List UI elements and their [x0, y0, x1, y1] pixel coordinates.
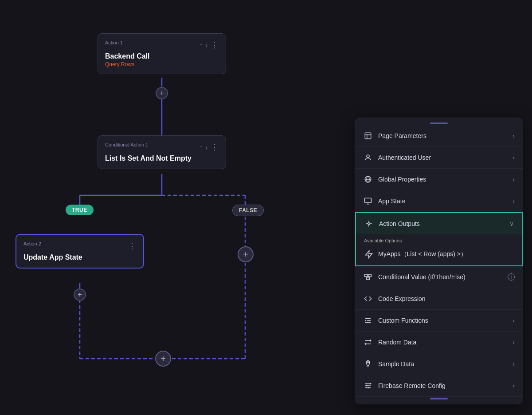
svg-rect-20: [366, 277, 370, 280]
page-parameters-label: Page Parameters: [378, 132, 426, 139]
conditional1-label: Conditional Action 1: [105, 142, 148, 147]
scroll-hint-top-container: [355, 118, 523, 125]
action1-subtitle: Query Rows: [105, 61, 219, 67]
dropdown-item-code-expression[interactable]: Code Expression: [355, 288, 523, 310]
action1-card: Action 1 ↑ ↓ ⋮ Backend Call Query Rows: [98, 33, 226, 74]
code-expression-label: Code Expression: [378, 295, 426, 302]
dropdown-item-app-state[interactable]: App State ›: [355, 190, 523, 212]
plus-btn-false[interactable]: +: [238, 246, 254, 262]
action2-label: Action 2: [23, 241, 41, 246]
global-properties-chevron: ›: [512, 176, 515, 183]
conditional-value-label: Conditional Value (If/Then/Else): [378, 273, 466, 281]
myapps-label: MyApps（List < Row (apps) >）: [378, 250, 467, 258]
app-state-chevron: ›: [512, 198, 515, 205]
svg-point-30: [366, 385, 368, 387]
plus-btn-bottom[interactable]: +: [155, 351, 171, 367]
conditional1-title: List Is Set And Not Empty: [105, 154, 219, 162]
dropdown-item-global-properties[interactable]: Global Properties ›: [355, 169, 523, 190]
plus-btn-1[interactable]: +: [156, 87, 168, 99]
global-properties-label: Global Properties: [378, 176, 426, 183]
sample-data-label: Sample Data: [378, 360, 414, 368]
action1-title: Backend Call: [105, 52, 219, 60]
dropdown-item-page-parameters[interactable]: Page Parameters ›: [355, 125, 523, 147]
firebase-remote-config-icon: [363, 381, 373, 391]
custom-functions-label: Custom Functions: [378, 317, 428, 324]
action1-more-icon[interactable]: ⋮: [211, 40, 219, 50]
true-badge: TRUE: [66, 205, 94, 215]
dropdown-item-custom-functions[interactable]: Custom Functions ›: [355, 310, 523, 332]
cond1-up-icon[interactable]: ↑: [200, 144, 203, 150]
svg-rect-19: [368, 274, 372, 277]
false-badge: FALSE: [232, 205, 264, 216]
conditional-value-icon: [363, 272, 373, 282]
scroll-hint-bottom-container: [355, 397, 523, 404]
action-outputs-chevron-down: ∨: [509, 220, 514, 227]
global-properties-icon: [363, 174, 373, 184]
myapps-option[interactable]: MyApps（List < Row (apps) >）: [356, 245, 522, 265]
svg-rect-18: [365, 274, 368, 277]
svg-point-29: [370, 383, 372, 384]
action-outputs-icon: [364, 219, 374, 229]
authenticated-user-label: Authenticated User: [378, 154, 431, 161]
conditional1-card: Conditional Action 1 ↑ ↓ ⋮ List Is Set A…: [98, 135, 226, 169]
available-options-label: Available Options: [356, 234, 522, 245]
cond1-down-icon[interactable]: ↓: [205, 144, 208, 150]
dropdown-item-authenticated-user[interactable]: Authenticated User ›: [355, 147, 523, 169]
action-outputs-section: Action Outputs ∨ Available Options MyApp…: [355, 212, 523, 266]
action1-controls[interactable]: ↑ ↓ ⋮: [200, 40, 219, 50]
custom-functions-icon: [363, 316, 373, 325]
action-outputs-header[interactable]: Action Outputs ∨: [356, 213, 522, 234]
action2-more-icon[interactable]: ⋮: [128, 241, 136, 251]
svg-point-31: [368, 387, 369, 388]
scroll-hint-top: [430, 123, 448, 124]
sample-data-chevron: ›: [512, 360, 515, 368]
action1-up-icon[interactable]: ↑: [200, 42, 203, 48]
action2-header: Action 2 ⋮: [23, 241, 136, 251]
dropdown-item-sample-data[interactable]: Sample Data ›: [355, 353, 523, 375]
dropdown-item-random-data[interactable]: Random Data ›: [355, 332, 523, 353]
dropdown-item-firebase-remote-config[interactable]: Firebase Remote Config ›: [355, 375, 523, 397]
svg-point-24: [365, 320, 366, 321]
plus-btn-action2[interactable]: +: [74, 289, 86, 301]
action2-card: Action 2 ⋮ Update App State: [16, 234, 144, 269]
action1-header: Action 1 ↑ ↓ ⋮: [105, 40, 219, 50]
page-parameters-chevron: ›: [512, 132, 515, 139]
app-state-label: App State: [378, 198, 406, 205]
random-data-icon: [363, 337, 373, 347]
svg-point-12: [367, 155, 369, 158]
myapps-icon: [364, 249, 374, 259]
custom-functions-chevron: ›: [512, 317, 515, 324]
svg-point-17: [368, 223, 370, 225]
conditional1-controls[interactable]: ↑ ↓ ⋮: [200, 142, 219, 152]
code-expression-icon: [363, 294, 373, 304]
svg-point-25: [368, 362, 369, 363]
authenticated-user-chevron: ›: [512, 154, 515, 161]
firebase-remote-config-chevron: ›: [512, 382, 515, 389]
random-data-label: Random Data: [378, 339, 416, 346]
firebase-remote-config-label: Firebase Remote Config: [378, 382, 446, 389]
conditional1-header: Conditional Action 1 ↑ ↓ ⋮: [105, 142, 219, 152]
sample-data-icon: [363, 359, 373, 369]
random-data-chevron: ›: [512, 339, 515, 346]
svg-rect-11: [365, 133, 371, 139]
action1-label: Action 1: [105, 40, 123, 45]
authenticated-user-icon: [363, 153, 373, 162]
page-parameters-icon: [363, 131, 373, 141]
cond1-more-icon[interactable]: ⋮: [211, 142, 219, 152]
app-state-icon: [363, 196, 373, 206]
scroll-hint-bottom: [430, 398, 448, 399]
dropdown-item-conditional-value[interactable]: Conditional Value (If/Then/Else) i: [355, 266, 523, 288]
info-icon: i: [508, 273, 515, 281]
dropdown-panel: Page Parameters › Authenticated User ›: [355, 118, 523, 404]
svg-rect-16: [365, 198, 372, 203]
action2-title: Update App State: [23, 253, 136, 261]
action1-down-icon[interactable]: ↓: [205, 42, 208, 48]
action-outputs-label: Action Outputs: [379, 220, 420, 227]
